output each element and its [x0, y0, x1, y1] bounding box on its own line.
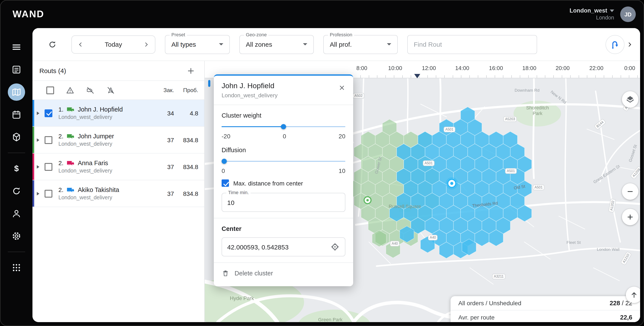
add-route-button[interactable] — [184, 64, 197, 77]
map-scrollbar-thumb[interactable] — [208, 80, 210, 87]
my-location-icon[interactable] — [330, 242, 340, 252]
preset-select[interactable]: Preset All types — [165, 35, 230, 54]
warning-icon[interactable] — [66, 86, 74, 94]
no-navigation-icon[interactable] — [106, 86, 115, 94]
max-distance-checkbox[interactable] — [222, 179, 229, 187]
cluster-popup: John J. Hopfield London_west_delivery Cl… — [214, 74, 353, 286]
no-van-icon[interactable] — [86, 86, 95, 94]
timeline-tick: 0:00 — [624, 65, 635, 71]
find-route-input[interactable] — [407, 35, 537, 54]
org-switcher[interactable]: London_west London — [570, 7, 614, 21]
route-row[interactable]: 1. John J. Hopfield London_west_delivery… — [32, 100, 204, 127]
route-tools-button[interactable] — [606, 35, 624, 54]
sidebar-item-settings[interactable] — [8, 227, 25, 245]
slider-min-label: -20 — [222, 133, 230, 140]
map-icon — [11, 87, 22, 97]
slider-value-label: 0 — [283, 133, 286, 140]
sidebar-item-users[interactable] — [8, 205, 25, 222]
select-all-checkbox[interactable] — [46, 86, 54, 94]
close-button[interactable] — [336, 82, 348, 94]
sidebar-item-billing[interactable]: $ — [8, 160, 25, 177]
sidebar-item-orders[interactable] — [8, 61, 25, 78]
route-checkbox[interactable] — [44, 190, 52, 197]
refresh-button[interactable] — [44, 36, 61, 53]
slider-min-label: 0 — [222, 167, 225, 174]
expand-caret-icon[interactable] — [37, 192, 40, 195]
diffusion-slider[interactable] — [222, 157, 345, 166]
popup-title: John J. Hopfield — [222, 82, 345, 90]
cluster-weight-slider[interactable] — [222, 122, 345, 131]
route-orders: 37 — [154, 163, 174, 170]
org-city: London — [570, 14, 614, 21]
route-color-stripe — [32, 180, 34, 207]
timeline-tick: 14:00 — [455, 65, 469, 71]
route-checkbox[interactable] — [44, 136, 52, 144]
prev-day-button[interactable] — [72, 36, 89, 53]
profession-select[interactable]: Profession All prof. — [323, 35, 398, 54]
app-window: WAND London_west London JD $ Toda — [0, 0, 644, 326]
chevron-down-icon — [219, 43, 223, 45]
main-card: Today Preset All types Geo-zone All zone… — [32, 28, 640, 322]
sidebar-item-calendar[interactable] — [8, 106, 25, 123]
route-icon — [610, 39, 620, 49]
scroll-top-button[interactable] — [626, 287, 640, 303]
route-orders: 34 — [154, 110, 174, 116]
slider-thumb[interactable] — [281, 124, 286, 129]
expand-caret-icon[interactable] — [37, 111, 40, 115]
stats-value: 228 — [610, 300, 620, 307]
zoom-out-button[interactable] — [622, 183, 638, 200]
sidebar-item-map[interactable] — [8, 83, 25, 101]
chevron-left-icon — [77, 41, 84, 48]
sidebar-item-apps[interactable] — [8, 259, 25, 276]
popup-subtitle: London_west_delivery — [222, 92, 345, 99]
chevron-right-icon[interactable] — [626, 41, 633, 48]
close-icon — [338, 84, 345, 91]
timeline-tick: 20:00 — [556, 65, 570, 71]
expand-caret-icon[interactable] — [37, 138, 40, 142]
delete-cluster-button[interactable]: Delete cluster — [222, 263, 345, 284]
route-number: 2. — [58, 160, 64, 166]
route-checkbox[interactable] — [44, 163, 52, 171]
route-color-stripe — [32, 127, 34, 153]
route-number: 2. — [58, 133, 64, 140]
layers-button[interactable] — [622, 91, 638, 108]
sidebar: $ — [0, 28, 32, 326]
arrow-up-icon — [630, 291, 638, 299]
mileage-column-header: Проб. — [174, 87, 198, 93]
chevron-down-icon — [303, 43, 307, 45]
route-row[interactable]: 2. John Jumper London_west_delivery 37 8… — [32, 127, 204, 153]
next-day-button[interactable] — [138, 36, 155, 53]
app-logo: WAND — [12, 9, 44, 20]
menu-button[interactable] — [8, 38, 25, 56]
route-row[interactable]: 2. Akiko Takishita London_west_delivery … — [32, 180, 204, 207]
max-distance-label: Max. distance from center — [233, 180, 303, 187]
time-min-input[interactable] — [227, 199, 340, 206]
sidebar-item-sync[interactable] — [8, 182, 25, 200]
slider-thumb[interactable] — [222, 159, 227, 164]
zoom-in-button[interactable] — [622, 209, 638, 225]
timeline-tick: 8:00 — [356, 65, 368, 71]
center-field[interactable] — [222, 237, 345, 256]
center-coordinates-input[interactable] — [227, 243, 330, 251]
cube-icon — [11, 132, 22, 142]
expand-caret-icon[interactable] — [37, 165, 40, 168]
profession-value: All prof. — [330, 41, 352, 48]
dollar-icon: $ — [14, 164, 18, 173]
current-time-marker[interactable] — [414, 74, 420, 78]
route-row[interactable]: 2. Anna Faris London_west_delivery 37 83… — [32, 153, 204, 180]
route-subtitle: London_west_delivery — [58, 195, 154, 201]
org-name[interactable]: London_west — [570, 7, 607, 15]
geozone-select[interactable]: Geo-zone All zones — [239, 35, 314, 54]
preset-value: All types — [172, 41, 196, 48]
date-label[interactable]: Today — [89, 41, 138, 48]
stats-row: Avr. per route 22,6 — [450, 310, 640, 322]
avatar[interactable]: JD — [620, 6, 636, 22]
sidebar-item-clusters[interactable] — [8, 128, 25, 146]
time-min-field[interactable]: Time min. — [222, 193, 345, 212]
routes-panel: Routs (4) Зак. Проб. 1 — [32, 61, 205, 322]
route-checkbox[interactable] — [44, 109, 52, 117]
slider-max-label: 20 — [339, 133, 345, 140]
topbar: WAND London_west London JD — [0, 0, 644, 28]
van-icon — [66, 133, 75, 139]
van-icon — [66, 187, 75, 193]
